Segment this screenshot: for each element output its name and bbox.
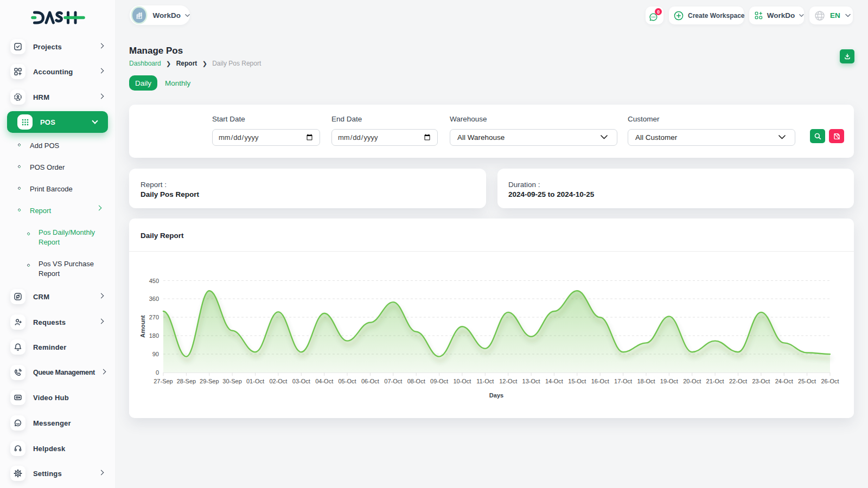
svg-text:04-Oct: 04-Oct (315, 378, 333, 384)
svg-text:450: 450 (149, 278, 159, 284)
svg-text:11-Oct: 11-Oct (476, 378, 494, 384)
svg-text:13-Oct: 13-Oct (522, 378, 540, 384)
svg-text:360: 360 (149, 296, 159, 302)
svg-text:0: 0 (156, 369, 159, 376)
svg-text:Days: Days (489, 392, 503, 399)
svg-text:10-Oct: 10-Oct (453, 378, 471, 384)
svg-text:30-Sep: 30-Sep (222, 378, 241, 384)
svg-text:17-Oct: 17-Oct (614, 378, 632, 384)
svg-text:19-Oct: 19-Oct (660, 378, 678, 384)
svg-text:Amount: Amount (139, 315, 146, 338)
svg-text:01-Oct: 01-Oct (246, 378, 264, 384)
svg-text:28-Sep: 28-Sep (177, 378, 196, 384)
svg-text:180: 180 (149, 332, 159, 339)
svg-text:08-Oct: 08-Oct (407, 378, 425, 384)
svg-text:24-Oct: 24-Oct (775, 378, 793, 384)
svg-text:09-Oct: 09-Oct (430, 378, 448, 384)
svg-text:20-Oct: 20-Oct (683, 378, 701, 384)
svg-text:26-Oct: 26-Oct (821, 378, 839, 384)
svg-text:22-Oct: 22-Oct (729, 378, 747, 384)
svg-text:18-Oct: 18-Oct (637, 378, 655, 384)
svg-text:12-Oct: 12-Oct (499, 378, 517, 384)
svg-text:270: 270 (149, 314, 159, 320)
svg-text:02-Oct: 02-Oct (269, 378, 287, 384)
svg-text:16-Oct: 16-Oct (591, 378, 609, 384)
svg-text:21-Oct: 21-Oct (706, 378, 724, 384)
svg-text:05-Oct: 05-Oct (338, 378, 356, 384)
svg-text:23-Oct: 23-Oct (752, 378, 770, 384)
svg-text:25-Oct: 25-Oct (798, 378, 816, 384)
svg-text:15-Oct: 15-Oct (568, 378, 586, 384)
svg-text:03-Oct: 03-Oct (292, 378, 310, 384)
svg-text:27-Sep: 27-Sep (154, 378, 173, 384)
svg-text:90: 90 (152, 351, 159, 357)
svg-text:14-Oct: 14-Oct (545, 378, 563, 384)
svg-text:29-Sep: 29-Sep (200, 378, 219, 384)
svg-text:07-Oct: 07-Oct (384, 378, 402, 384)
svg-text:06-Oct: 06-Oct (361, 378, 379, 384)
